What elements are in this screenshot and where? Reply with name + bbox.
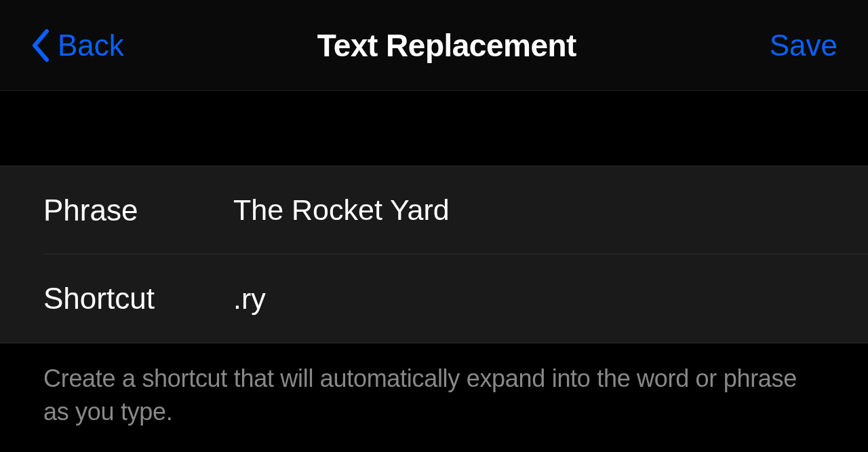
phrase-row: Phrase (43, 166, 868, 255)
phrase-label: Phrase (43, 193, 233, 227)
navigation-bar: Back Text Replacement Save (0, 0, 868, 91)
shortcut-input[interactable] (233, 282, 825, 316)
shortcut-label: Shortcut (43, 282, 233, 316)
save-button[interactable]: Save (770, 29, 837, 62)
back-label: Back (58, 29, 124, 62)
phrase-input[interactable] (233, 193, 825, 227)
back-button[interactable]: Back (31, 29, 124, 62)
form-section: Phrase Shortcut (0, 166, 868, 343)
section-spacer (0, 91, 868, 166)
chevron-left-icon (31, 29, 51, 62)
shortcut-row: Shortcut (0, 255, 868, 343)
footer-help-text: Create a shortcut that will automaticall… (0, 343, 868, 447)
page-title: Text Replacement (317, 27, 576, 64)
